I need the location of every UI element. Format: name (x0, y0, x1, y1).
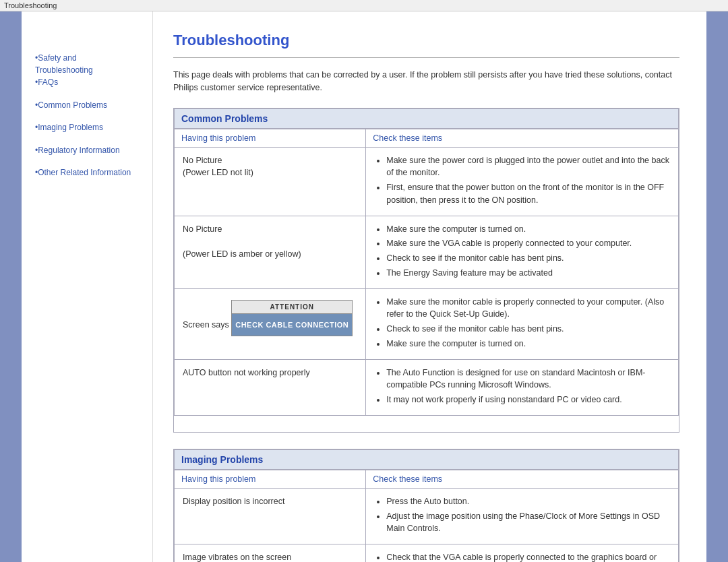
check-item: Make sure the computer is turned on. (386, 338, 670, 350)
check-list: Make sure the monitor cable is properly … (386, 296, 670, 350)
sidebar-link-other[interactable]: •Other Related Information (35, 166, 144, 179)
check-item: Make sure the power cord is plugged into… (386, 154, 670, 180)
problem-cell: AUTO button not working properly (175, 359, 366, 415)
check-item: Make sure the monitor cable is properly … (386, 296, 670, 321)
table-row: AUTO button not working properly The Aut… (175, 359, 679, 415)
table-row: No Picture(Power LED is amber or yellow)… (175, 216, 679, 288)
sidebar-link-imaging-problems[interactable]: •Imaging Problems (35, 121, 144, 133)
check-item: Make sure the VGA cable is properly conn… (386, 237, 670, 250)
check-cell: Make sure the monitor cable is properly … (366, 288, 679, 359)
attention-box: ATTENTION CHECK CABLE CONNECTION (231, 300, 353, 337)
check-list: Make sure the power cord is plugged into… (386, 154, 670, 207)
table-row: Image vibrates on the screen Check that … (175, 544, 679, 563)
check-item: It may not work properly if using nonsta… (386, 394, 670, 406)
common-problems-title: Common Problems (181, 113, 268, 124)
sidebar-group-1: •Safety andTroubleshooting •FAQs (35, 52, 144, 88)
problem-cell: Screen says ATTENTION CHECK CABLE CONNEC… (175, 288, 366, 359)
check-item: The Energy Saving feature may be activat… (386, 267, 670, 280)
table-row: Screen says ATTENTION CHECK CABLE CONNEC… (175, 288, 679, 359)
sidebar-link-common-problems[interactable]: •Common Problems (35, 99, 144, 111)
attention-body: CHECK CABLE CONNECTION (232, 314, 352, 336)
check-cell: Make sure the computer is turned on. Mak… (366, 216, 679, 288)
imaging-problems-table: Having this problem Check these items Di… (174, 470, 679, 562)
col-header-check: Check these items (366, 470, 679, 488)
check-item: Make sure the computer is turned on. (386, 223, 670, 236)
check-cell: Check that the VGA cable is properly con… (366, 544, 679, 563)
imaging-problems-header: Imaging Problems (174, 449, 679, 470)
check-item: Check that the VGA cable is properly con… (386, 551, 670, 562)
check-item: Check to see if the monitor cable has be… (386, 252, 670, 265)
title-bar-text: Troubleshooting (4, 1, 57, 9)
left-decorative-panel (0, 11, 22, 562)
page-title: Troubleshooting (173, 32, 679, 49)
right-decorative-panel (706, 11, 728, 562)
check-list: Press the Auto button. Adjust the image … (386, 495, 670, 535)
problem-text: Image vibrates on the screen (183, 553, 291, 562)
title-divider (173, 57, 679, 58)
sidebar-link-regulatory[interactable]: •Regulatory Information (35, 144, 144, 156)
imaging-problems-section: Imaging Problems Having this problem Che… (173, 449, 679, 562)
table-row: Display position is incorrect Press the … (175, 488, 679, 544)
sidebar-link-faqs[interactable]: •FAQs (35, 76, 144, 88)
col-header-problem: Having this problem (175, 470, 366, 488)
table-row: No Picture(Power LED not lit) Make sure … (175, 147, 679, 216)
check-item: The Auto Function is designed for use on… (386, 367, 670, 392)
title-bar: Troubleshooting (0, 0, 728, 11)
common-problems-section: Common Problems Having this problem Chec… (173, 108, 679, 433)
attention-header: ATTENTION (232, 301, 352, 314)
check-cell: Make sure the power cord is plugged into… (366, 147, 679, 216)
problem-cell: No Picture(Power LED not lit) (175, 147, 366, 216)
sidebar-group-3: •Regulatory Information •Other Related I… (35, 144, 144, 179)
col-header-check: Check these items (366, 129, 679, 147)
check-item: Press the Auto button. (386, 495, 670, 508)
imaging-problems-title: Imaging Problems (181, 454, 263, 465)
problem-text: Display position is incorrect (183, 497, 284, 506)
problem-text: No Picture(Power LED is amber or yellow) (183, 224, 301, 259)
check-item: First, ensure that the power button on t… (386, 181, 670, 207)
col-header-problem: Having this problem (175, 129, 366, 147)
problem-cell: Display position is incorrect (175, 488, 366, 544)
common-problems-header: Common Problems (174, 108, 679, 129)
problem-cell: No Picture(Power LED is amber or yellow) (175, 216, 366, 288)
check-list: Make sure the computer is turned on. Mak… (386, 223, 670, 280)
problem-text: No Picture(Power LED not lit) (183, 156, 253, 178)
check-list: Check that the VGA cable is properly con… (386, 551, 670, 562)
check-item: Check to see if the monitor cable has be… (386, 323, 670, 336)
intro-text: This page deals with problems that can b… (173, 69, 679, 94)
sidebar: •Safety andTroubleshooting •FAQs •Common… (22, 11, 153, 562)
check-cell: The Auto Function is designed for use on… (366, 359, 679, 415)
sidebar-link-safety[interactable]: •Safety andTroubleshooting (35, 52, 144, 76)
problem-cell: Image vibrates on the screen (175, 544, 366, 563)
check-cell: Press the Auto button. Adjust the image … (366, 488, 679, 544)
check-item: Adjust the image position using the Phas… (386, 510, 670, 536)
sidebar-group-2: •Common Problems •Imaging Problems (35, 99, 144, 133)
check-list: The Auto Function is designed for use on… (386, 367, 670, 406)
problem-text: Screen says (183, 320, 229, 330)
content-area: Troubleshooting This page deals with pro… (153, 11, 706, 562)
common-problems-table: Having this problem Check these items No… (174, 129, 679, 416)
problem-text: AUTO button not working properly (183, 368, 310, 377)
